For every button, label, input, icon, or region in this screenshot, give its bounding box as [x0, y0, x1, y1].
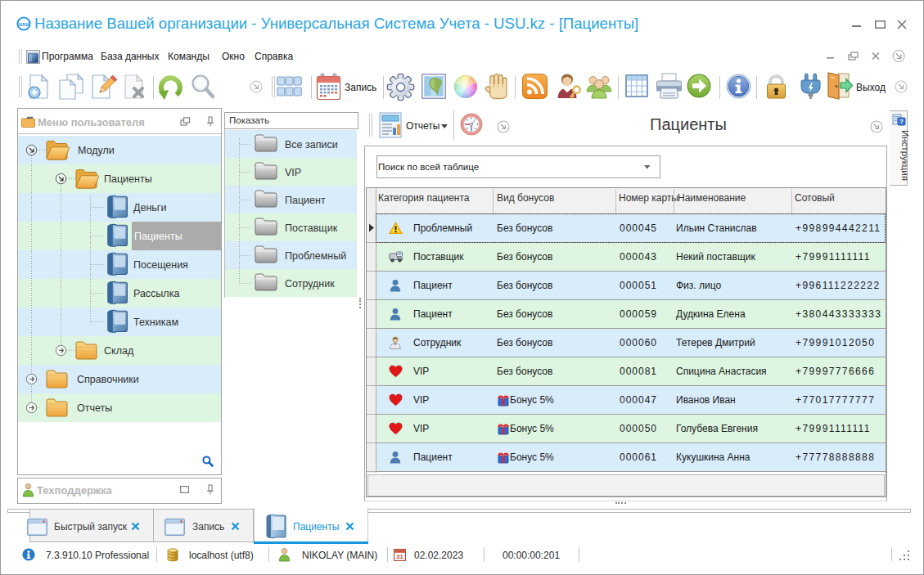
svg-text:Справочники: Справочники — [77, 374, 139, 385]
svg-text:Рассылка: Рассылка — [133, 288, 179, 299]
svg-text:Посещения: Посещения — [133, 259, 188, 271]
svg-text:Пациенты: Пациенты — [104, 173, 152, 185]
svg-text:Инструкция: Инструкция — [900, 130, 910, 181]
svg-text:31: 31 — [396, 553, 403, 560]
svg-text:Техникам: Техникам — [133, 317, 178, 328]
svg-text:Отчеты: Отчеты — [77, 402, 112, 414]
svg-text:Пациенты: Пациенты — [134, 231, 183, 242]
svg-text:?: ? — [899, 118, 904, 125]
svg-text:Модули: Модули — [78, 145, 115, 156]
svg-text:usu: usu — [19, 21, 29, 27]
svg-text:Деньги: Деньги — [133, 202, 166, 213]
svg-text:Склад: Склад — [104, 345, 134, 357]
